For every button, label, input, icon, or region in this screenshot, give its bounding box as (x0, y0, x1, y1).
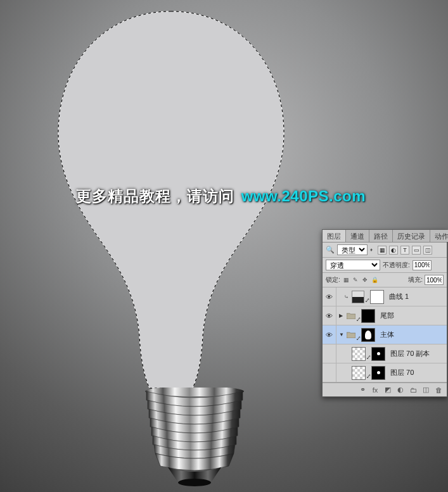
blend-mode-select[interactable]: 穿透 (326, 260, 380, 270)
eye-icon: 👁 (326, 312, 333, 320)
watermark-text: 更多精品教程，请访问 www.240PS.com (76, 186, 366, 206)
eye-icon: 👁 (326, 293, 333, 301)
visibility-toggle[interactable] (323, 344, 336, 363)
layer-mask-thumb[interactable] (371, 347, 385, 361)
layer-row-layer70-copy[interactable]: ⑇ 图层 70 副本 (323, 344, 447, 363)
layer-thumb[interactable] (352, 366, 366, 380)
lock-position-icon[interactable]: ✥ (361, 276, 369, 284)
visibility-toggle[interactable]: 👁 (323, 306, 336, 325)
tab-history[interactable]: 历史记录 (393, 230, 430, 242)
layer-mask-thumb[interactable] (371, 366, 385, 380)
disclosure-closed-icon[interactable]: ▶ (339, 313, 344, 319)
eye-icon: 👁 (326, 331, 333, 339)
disclosure-open-icon[interactable]: ▼ (339, 332, 344, 337)
opacity-input[interactable] (413, 260, 432, 270)
group-mask-thumb[interactable] (361, 328, 375, 342)
watermark-url: www.240PS.com (241, 187, 366, 205)
layer-name[interactable]: 图层 70 副本 (390, 349, 430, 358)
group-mask-thumb[interactable] (361, 309, 375, 323)
search-icon[interactable]: 🔍 (326, 246, 335, 254)
layer-name[interactable]: 主体 (380, 330, 394, 339)
layer-filter-bar: 🔍 类型 ♦ ▦ ◐ T ▭ ◫ (323, 243, 447, 258)
lock-fill-row: 锁定: ▦ ✎ ✥ 🔒 填充: (323, 273, 447, 287)
panel-footer: ⚭ fx ◩ ◐ 🗀 ◫ 🗑 (323, 382, 447, 396)
layer-thumb[interactable] (352, 347, 366, 361)
link-icon: ⑇ (367, 354, 370, 360)
link-layers-icon[interactable]: ⚭ (358, 386, 367, 394)
fx-icon[interactable]: fx (371, 386, 380, 394)
add-mask-icon[interactable]: ◩ (383, 386, 392, 394)
layer-name[interactable]: 曲线 1 (389, 292, 409, 301)
folder-icon (347, 312, 355, 319)
layer-name[interactable]: 尾部 (380, 311, 394, 320)
link-icon: ⑇ (367, 373, 370, 379)
filter-type-icon[interactable]: T (400, 246, 409, 255)
layer-row-curves1[interactable]: 👁 ⤷ ⑇ 曲线 1 (323, 287, 447, 306)
fill-input[interactable] (425, 275, 444, 285)
fill-label: 填充: (408, 275, 423, 284)
layer-name[interactable]: 图层 70 (390, 368, 414, 377)
lock-label: 锁定: (326, 275, 340, 284)
layer-row-tail-group[interactable]: 👁 ▶ ⑇ 尾部 (323, 306, 447, 325)
layer-list: 👁 ⤷ ⑇ 曲线 1 👁 ▶ ⑇ (323, 287, 447, 382)
tab-layers[interactable]: 图层 (323, 230, 346, 242)
panel-tabs: 图层 通道 路径 历史记录 动作 (323, 230, 447, 243)
layer-mask-thumb[interactable] (370, 290, 384, 304)
visibility-toggle[interactable]: 👁 (323, 287, 336, 306)
filter-smart-icon[interactable]: ◫ (423, 246, 432, 255)
link-icon: ⑇ (357, 316, 360, 322)
blend-opacity-row: 穿透 不透明度: (323, 258, 447, 273)
tab-actions[interactable]: 动作 (430, 230, 448, 242)
new-group-icon[interactable]: 🗀 (409, 386, 418, 394)
opacity-label: 不透明度: (383, 261, 410, 270)
new-layer-icon[interactable]: ◫ (421, 386, 430, 394)
filter-adjustment-icon[interactable]: ◐ (389, 246, 398, 255)
watermark-part1: 更多精品教程，请访问 (76, 187, 234, 205)
lightbulb-metal-base (143, 388, 247, 488)
layer-row-layer70[interactable]: ⑇ 图层 70 (323, 363, 447, 382)
lock-all-icon[interactable]: 🔒 (371, 276, 379, 284)
lock-paint-icon[interactable]: ✎ (352, 276, 360, 284)
curves-thumb (352, 291, 364, 303)
tab-paths[interactable]: 路径 (369, 230, 393, 242)
folder-icon (347, 331, 355, 338)
filter-pixel-icon[interactable]: ▦ (378, 246, 387, 255)
visibility-toggle[interactable] (323, 363, 336, 382)
delete-layer-icon[interactable]: 🗑 (434, 386, 443, 394)
layers-panel[interactable]: 图层 通道 路径 历史记录 动作 🔍 类型 ♦ ▦ ◐ T ▭ ◫ 穿透 (322, 229, 447, 397)
clip-indicator-icon: ⤷ (344, 294, 349, 300)
filter-shape-icon[interactable]: ▭ (412, 246, 421, 255)
new-adjustment-icon[interactable]: ◐ (396, 386, 405, 394)
tab-channels[interactable]: 通道 (346, 230, 369, 242)
lock-transparent-icon[interactable]: ▦ (342, 276, 350, 284)
visibility-toggle[interactable]: 👁 (323, 325, 336, 344)
filter-dropdown-icon: ♦ (370, 247, 373, 253)
link-icon: ⑇ (357, 335, 360, 341)
svg-point-1 (178, 479, 211, 486)
layer-row-body-group[interactable]: 👁 ▼ ⑇ 主体 (323, 325, 447, 344)
filter-kind-select[interactable]: 类型 (337, 244, 368, 255)
photoshop-canvas[interactable]: 更多精品教程，请访问 www.240PS.com 图层 通道 路径 历史记录 动… (0, 0, 448, 492)
link-icon: ⑇ (366, 297, 369, 303)
